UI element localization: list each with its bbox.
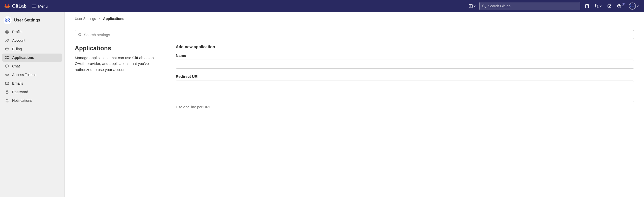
chevron-down-icon [636,5,639,7]
search-icon [482,4,486,8]
sidebar-item-label: Password [12,90,28,94]
global-search-input[interactable] [488,4,578,8]
settings-search[interactable] [75,30,634,39]
svg-point-11 [6,39,7,40]
merge-requests-button[interactable] [593,2,603,10]
billing-icon [5,47,9,51]
notification-dot [623,3,625,5]
svg-rect-6 [608,5,611,8]
bell-icon [5,98,9,103]
document-icon [585,4,589,8]
issues-link[interactable] [583,2,591,10]
svg-point-19 [6,75,6,75]
apps-icon [5,56,9,60]
redirect-uri-help: Use one line per URI [176,105,634,109]
todo-check-icon [607,4,612,8]
svg-rect-23 [6,92,8,93]
sidebar-avatar [4,16,12,24]
mail-icon [5,81,9,85]
sidebar-item-label: Profile [12,30,22,34]
form-section-title: Add new application [176,45,634,49]
menu-button[interactable]: Menu [29,2,50,10]
sidebar-item-label: Chat [12,64,20,68]
svg-rect-16 [6,58,7,59]
name-label: Name [176,53,634,58]
global-search[interactable] [479,2,580,10]
svg-point-10 [7,31,8,32]
svg-point-20 [7,75,7,75]
sidebar-item-profile[interactable]: Profile [2,28,62,36]
breadcrumb-item-current[interactable]: Applications [103,17,124,21]
chevron-down-icon [599,5,602,7]
sidebar-title: User Settings [14,18,40,22]
user-avatar [629,3,636,10]
sidebar-item-label: Access Tokens [12,73,36,77]
help-button[interactable] [616,2,625,10]
sidebar: User Settings Profile Account Billing Ap… [0,12,65,197]
gitlab-logo-icon [4,3,10,9]
svg-rect-13 [6,48,9,50]
sidebar-item-notifications[interactable]: Notifications [2,96,62,105]
redirect-uri-label: Redirect URI [176,74,634,79]
sidebar-item-billing[interactable]: Billing [2,45,62,53]
sidebar-item-chat[interactable]: Chat [2,62,62,70]
lock-icon [5,90,9,94]
create-new-button[interactable] [468,2,477,10]
sidebar-item-applications[interactable]: Applications [2,54,62,62]
breadcrumb-item[interactable]: User Settings [75,17,96,21]
sidebar-item-password[interactable]: Password [2,88,62,96]
chevron-down-icon [622,5,624,7]
svg-point-8 [619,7,619,7]
application-name-input[interactable] [176,60,634,69]
sidebar-item-account[interactable]: Account [2,36,62,44]
svg-rect-15 [8,56,9,57]
page-title: Applications [75,45,161,52]
sidebar-item-label: Billing [12,47,22,51]
chat-icon [5,64,9,68]
redirect-uri-input[interactable] [176,81,634,102]
help-icon [617,4,621,8]
user-menu-button[interactable] [628,2,640,10]
sidebar-item-label: Applications [12,56,34,60]
brand-label: GitLab [12,4,27,9]
settings-search-input[interactable] [84,33,631,37]
sidebar-item-label: Account [12,38,25,42]
sidebar-item-emails[interactable]: Emails [2,79,62,87]
merge-request-icon [595,4,599,8]
gitlab-logo[interactable]: GitLab [4,3,27,9]
token-icon [5,73,9,77]
svg-point-21 [8,75,8,75]
profile-icon [5,30,9,34]
plus-square-icon [469,4,473,8]
page-description: Manage applications that can use GitLab … [75,55,161,72]
main-content: User Settings Applications Applications … [65,12,644,197]
svg-rect-17 [8,58,9,59]
menu-label: Menu [38,4,48,8]
chevron-down-icon [473,5,476,7]
top-navbar: GitLab Menu [0,0,644,12]
sidebar-item-label: Notifications [12,98,32,103]
sidebar-item-access-tokens[interactable]: Access Tokens [2,71,62,79]
sidebar-header[interactable]: User Settings [0,15,64,28]
svg-rect-14 [6,56,7,57]
chevron-right-icon [98,17,101,20]
todos-link[interactable] [605,2,613,10]
sidebar-item-label: Emails [12,81,23,85]
hamburger-icon [32,4,36,8]
account-icon [5,38,9,42]
breadcrumb: User Settings Applications [75,17,634,25]
svg-rect-2 [585,4,588,8]
search-icon [78,33,82,37]
